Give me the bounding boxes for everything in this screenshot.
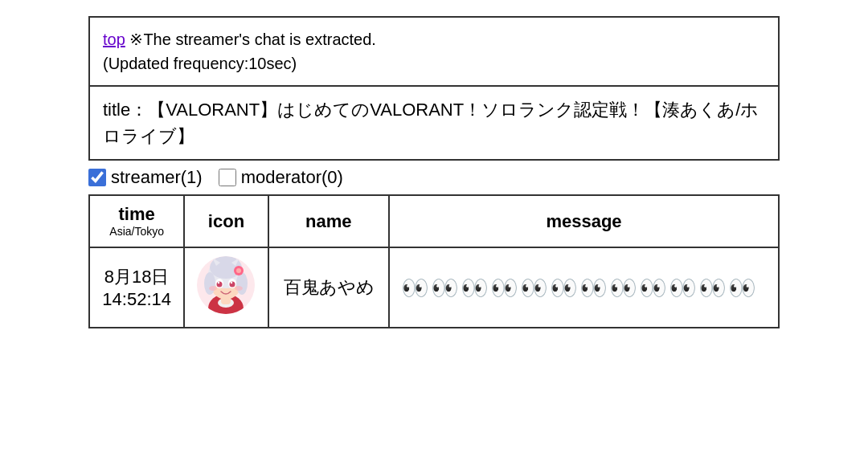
streamer-label: streamer(1) xyxy=(111,167,203,188)
col-header-time: time Asia/Tokyo xyxy=(89,195,184,247)
info-extraction-note: ※The streamer's chat is extracted. xyxy=(129,31,375,48)
svg-point-20 xyxy=(235,286,243,291)
moderator-checkbox[interactable] xyxy=(219,169,236,186)
col-header-icon: icon xyxy=(184,195,268,247)
table-row: 8月18日 14:52:14 xyxy=(89,247,779,328)
chat-table: time Asia/Tokyo icon name message 8月18日 … xyxy=(88,194,780,328)
streamer-checkbox[interactable] xyxy=(88,169,106,186)
stream-title: title：【VALORANT】はじめてのVALORANT！ソロランク認定戦！【… xyxy=(103,100,759,146)
info-update-freq: (Updated frequency:10sec) xyxy=(103,55,297,72)
cell-message: 👀👀👀👀👀👀👀👀👀👀👀👀 xyxy=(389,247,779,328)
streamer-filter: streamer(1) xyxy=(88,167,203,188)
moderator-filter: moderator(0) xyxy=(219,167,343,188)
col-header-message: message xyxy=(389,195,779,247)
avatar-icon xyxy=(197,256,255,314)
title-box: title：【VALORANT】はじめてのVALORANT！ソロランク認定戦！【… xyxy=(88,87,780,161)
info-box: top ※The streamer's chat is extracted. (… xyxy=(88,16,780,87)
cell-name: 百鬼あやめ xyxy=(268,247,389,328)
cell-time: 8月18日 14:52:14 xyxy=(89,247,184,328)
svg-point-9 xyxy=(204,272,215,295)
col-header-name: name xyxy=(268,195,389,247)
cell-icon xyxy=(184,247,268,328)
top-link[interactable]: top xyxy=(103,31,125,48)
svg-point-10 xyxy=(236,272,248,295)
main-container: top ※The streamer's chat is extracted. (… xyxy=(88,16,780,328)
time-timezone: Asia/Tokyo xyxy=(101,225,172,239)
svg-point-17 xyxy=(218,282,219,283)
table-header-row: time Asia/Tokyo icon name message xyxy=(89,195,779,247)
svg-point-12 xyxy=(236,268,241,273)
svg-point-18 xyxy=(231,282,232,283)
moderator-label: moderator(0) xyxy=(241,167,343,188)
filter-row: streamer(1) moderator(0) xyxy=(88,167,780,188)
svg-point-19 xyxy=(209,286,217,291)
